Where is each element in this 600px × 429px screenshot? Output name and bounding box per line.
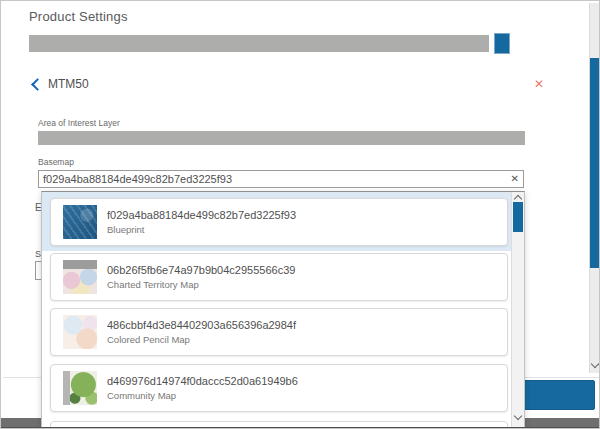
chevron-left-icon [31,78,44,91]
basemap-input-value: f029a4ba88184de499c82b7ed3225f93 [43,173,232,185]
dropdown-scrollbar[interactable] [511,192,524,427]
product-name-label: MTM50 [48,77,89,91]
redacted-title-bar [29,35,489,52]
basemap-option-id: 06b26f5fb6e74a97b9b04c2955566c39 [107,264,295,276]
charted-territory-thumbnail-icon [63,260,97,294]
clear-icon[interactable]: ✕ [511,173,519,184]
community-thumbnail-icon [63,371,97,405]
dropdown-scrollbar-thumb[interactable] [513,202,523,232]
close-icon[interactable]: ✕ [534,78,544,90]
basemap-input[interactable]: f029a4ba88184de499c82b7ed3225f93 ✕ [38,170,524,188]
basemap-option-community[interactable]: d469976d14974f0daccc52d0a61949b6 Communi… [50,364,508,412]
page-scrollbar-thumb[interactable] [590,58,600,268]
scroll-down-icon[interactable] [591,360,599,368]
aoi-layer-input[interactable] [38,131,525,145]
aoi-layer-label: Area of Interest Layer [38,118,120,128]
page-scrollbar[interactable] [589,3,600,373]
colored-pencil-thumbnail-icon [63,315,97,349]
basemap-dropdown: f029a4ba88184de499c82b7ed3225f93 Bluepri… [41,191,525,428]
page-title: Product Settings [29,9,128,24]
basemap-option-name: Community Map [107,390,298,401]
back-button[interactable]: MTM50 [33,77,89,91]
basemap-option-id: 486cbbf4d3e84402903a656396a2984f [107,319,296,331]
basemap-option-name: Charted Territory Map [107,279,295,290]
top-action-button[interactable] [494,33,510,54]
basemap-option-id: d469976d14974f0daccc52d0a61949b6 [107,375,298,387]
basemap-option-name: Blueprint [107,224,296,235]
basemap-option-colored-pencil[interactable]: 486cbbf4d3e84402903a656396a2984f Colored… [50,308,508,356]
product-settings-window: Product Settings MTM50 ✕ Area of Interes… [0,0,600,429]
basemap-option-charted-territory[interactable]: 06b26f5fb6e74a97b9b04c2955566c39 Charted… [50,253,508,301]
basemap-option-blueprint[interactable]: f029a4ba88184de499c82b7ed3225f93 Bluepri… [50,198,508,246]
basemap-label: Basemap [38,157,74,167]
blueprint-thumbnail-icon [63,205,97,239]
scroll-down-icon[interactable] [514,412,522,420]
basemap-option-id: f029a4ba88184de499c82b7ed3225f93 [107,209,296,221]
basemap-option-name: Colored Pencil Map [107,334,296,345]
